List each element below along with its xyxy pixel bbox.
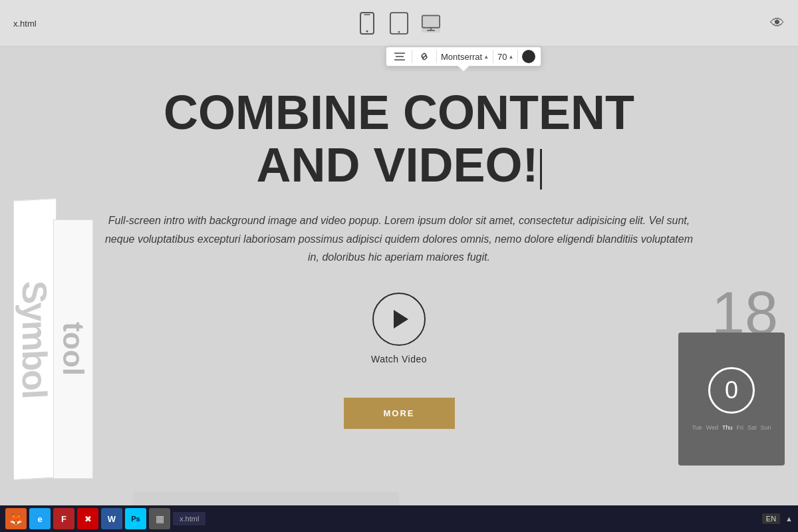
- hero-section: Symbol tool 18 0 Tue Wed Thu Fri Sat Sun…: [0, 47, 798, 532]
- watch-video-label: Watch Video: [371, 354, 427, 364]
- toolbar-sep-4: [517, 50, 518, 63]
- taskbar-misc-icon[interactable]: ▦: [149, 508, 170, 529]
- taskbar-antivirus-icon[interactable]: ✖: [77, 508, 98, 529]
- more-button[interactable]: MORE: [344, 398, 455, 429]
- taskbar-ie-icon[interactable]: e: [29, 508, 51, 529]
- taskbar-photoshop-icon[interactable]: Ps: [125, 508, 146, 529]
- desktop-icon[interactable]: [422, 14, 440, 33]
- play-triangle-icon: [394, 310, 408, 329]
- taskbar-filezilla-icon[interactable]: F: [53, 508, 74, 529]
- taskbar-firefox-icon[interactable]: 🦊: [5, 508, 27, 529]
- phone-icon[interactable]: [358, 14, 376, 33]
- taskbar-language: EN: [762, 513, 780, 524]
- taskbar-active-window[interactable]: x.html: [173, 512, 205, 525]
- svg-point-4: [398, 31, 400, 33]
- taskbar-time: ▲: [785, 515, 793, 523]
- toolbar-sep-3: [493, 50, 493, 63]
- watch-video-button[interactable]: Watch Video: [27, 293, 771, 364]
- align-button[interactable]: [392, 51, 408, 63]
- font-size-selector[interactable]: 70 ▲: [497, 52, 513, 62]
- play-circle: [372, 293, 426, 346]
- preview-eye-icon[interactable]: 👁: [770, 15, 785, 32]
- taskbar-right: EN ▲: [762, 513, 793, 524]
- browser-bar: x.html 👁: [0, 0, 798, 47]
- text-toolbar: Montserrat ▲ 70 ▲: [386, 47, 541, 66]
- text-cursor: [540, 149, 542, 190]
- hero-title: COMBINE CONTENT and VIDEO!: [27, 86, 771, 192]
- hero-content: COMBINE CONTENT and VIDEO! Full-screen i…: [0, 86, 798, 429]
- device-switcher: [358, 14, 440, 33]
- color-picker[interactable]: [522, 50, 535, 63]
- taskbar-word-icon[interactable]: W: [101, 508, 122, 529]
- taskbar: 🦊 e F ✖ W Ps ▦ x.html EN ▲: [0, 505, 798, 532]
- font-selector[interactable]: Montserrat ▲: [441, 52, 489, 62]
- hero-subtitle: Full-screen intro with background image …: [100, 211, 698, 266]
- font-caret-icon: ▲: [483, 54, 489, 60]
- browser-title: x.html: [13, 18, 37, 28]
- toolbar-sep-2: [436, 50, 437, 63]
- link-button[interactable]: [416, 50, 432, 63]
- svg-rect-3: [390, 13, 408, 34]
- size-caret-icon: ▲: [509, 54, 514, 60]
- toolbar-sep-1: [412, 50, 412, 63]
- tablet-icon[interactable]: [390, 14, 408, 33]
- svg-point-1: [366, 30, 368, 32]
- svg-rect-5: [422, 15, 440, 27]
